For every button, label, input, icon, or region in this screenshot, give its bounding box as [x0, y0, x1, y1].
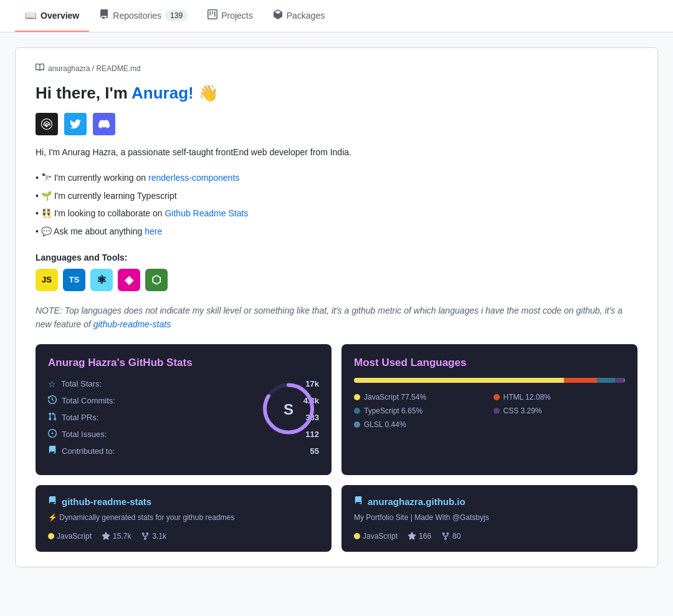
repo-2-forks: 80	[441, 532, 461, 541]
repo-card-1-title[interactable]: github-readme-stats	[62, 496, 151, 507]
overview-icon: 📖	[25, 10, 37, 21]
commits-icon	[48, 395, 57, 406]
readme-card: anuraghazra / README.md Hi there, I'm An…	[15, 47, 658, 567]
nav-repositories[interactable]: Repositories 139	[89, 0, 198, 32]
repo-1-lang-dot	[48, 533, 54, 539]
lightning-icon: ⚡	[48, 513, 57, 522]
github-readme-stats-note-link[interactable]: github-readme-stats	[93, 319, 171, 329]
tool-typescript: TS	[63, 269, 85, 291]
repo-card-1-footer: JavaScript 15.7k 3.1k	[48, 532, 319, 541]
lang-item-css: CSS 3.29%	[494, 407, 626, 415]
github-stats-title: Anurag Hazra's GitHub Stats	[48, 357, 319, 369]
lang-bar-css	[615, 378, 624, 383]
star-icon-2	[408, 532, 416, 541]
repo-card-1-header: github-readme-stats	[48, 496, 319, 507]
star-icon-1	[102, 532, 110, 541]
rank-circle: S	[260, 380, 317, 438]
issues-icon	[48, 429, 57, 440]
star-icon: ☆	[48, 379, 56, 389]
repo-count-badge: 139	[165, 10, 188, 21]
most-used-languages-card: Most Used Languages JavaScript 77.54%	[341, 344, 637, 475]
readme-header: anuraghazra / README.md	[36, 63, 637, 74]
tools-section-title: Languages and Tools:	[36, 253, 637, 262]
stat-contributed-value: 55	[310, 446, 319, 456]
repo-card-1-icon	[48, 496, 57, 507]
fork-icon-2	[441, 532, 450, 541]
lang-dot-js	[354, 394, 360, 400]
lang-dot-html	[494, 394, 500, 400]
lang-dot-ts	[354, 408, 360, 414]
fork-icon-1	[141, 532, 150, 541]
bullet-item-4: 💬 Ask me about anything here	[36, 223, 637, 240]
bullet-list: 🔭 I'm currently working on renderless-co…	[36, 169, 637, 240]
tool-javascript: JS	[36, 269, 58, 291]
repo-card-2-title[interactable]: anuraghazra.github.io	[368, 496, 465, 507]
packages-icon	[273, 9, 283, 21]
lang-dot-glsl	[354, 421, 360, 428]
repo-card-2-header: anuraghazra.github.io	[354, 496, 625, 507]
repo-1-lang: JavaScript	[48, 532, 92, 541]
tool-react: ⚛	[90, 269, 113, 291]
wave-emoji: 👋	[198, 84, 218, 102]
bullet-item-2: 🌱 I'm currently learning Typescript	[36, 187, 637, 205]
lang-bar-ts	[597, 378, 615, 383]
nav-overview[interactable]: 📖 Overview	[15, 0, 89, 32]
repo-2-stars: 166	[408, 532, 431, 541]
lang-item-glsl: GLSL 0.44%	[354, 420, 486, 429]
repo-2-lang: JavaScript	[354, 532, 398, 541]
nav-projects[interactable]: Projects	[198, 0, 263, 32]
bullet-item-3: 👯 I'm looking to collaborate on Github R…	[36, 205, 637, 222]
lang-item-js: JavaScript 77.54%	[354, 393, 486, 402]
readme-file-icon	[36, 63, 44, 74]
repo-2-lang-dot	[354, 533, 360, 539]
repo-card-portfolio: anuraghazra.github.io My Portfolio Site …	[341, 485, 637, 552]
bullet-item-1: 🔭 I'm currently working on renderless-co…	[36, 169, 637, 186]
here-link[interactable]: here	[145, 226, 162, 236]
lang-legend: JavaScript 77.54% HTML 12.08% TypeScript…	[354, 393, 625, 429]
nav-packages-label: Packages	[287, 11, 325, 21]
lang-item-html: HTML 12.08%	[494, 393, 626, 402]
note-text: NOTE: Top languages does not indicate my…	[36, 304, 637, 332]
contributed-icon	[48, 446, 57, 456]
lang-bar-glsl	[624, 378, 625, 383]
github-readme-stats-link[interactable]: Github Readme Stats	[165, 208, 248, 218]
nav-projects-label: Projects	[221, 11, 253, 21]
greeting-name: Anurag!	[131, 84, 194, 102]
lang-bar-js	[354, 378, 564, 383]
repo-card-2-icon	[354, 496, 363, 507]
rank-letter: S	[284, 401, 294, 418]
tool-graphql: ◈	[118, 269, 140, 291]
lang-bar-html	[564, 378, 597, 383]
main-content: anuraghazra / README.md Hi there, I'm An…	[0, 32, 673, 592]
lang-card-title: Most Used Languages	[354, 357, 625, 369]
repo-cards-grid: github-readme-stats ⚡ Dynamically genera…	[36, 485, 637, 552]
social-icons-row	[36, 113, 637, 135]
tools-row: JS TS ⚛ ◈ ⬡	[36, 269, 637, 291]
stat-contributed: Contributed to: 55	[48, 446, 319, 456]
twitter-icon[interactable]	[64, 113, 87, 135]
repo-icon	[99, 9, 109, 21]
nav-overview-label: Overview	[41, 11, 79, 21]
stats-grid: Anurag Hazra's GitHub Stats ☆ Total Star…	[36, 344, 637, 475]
repo-1-stars: 15.7k	[102, 532, 131, 541]
repo-card-github-readme-stats: github-readme-stats ⚡ Dynamically genera…	[36, 485, 332, 552]
nav-packages[interactable]: Packages	[263, 0, 335, 32]
github-stats-card: Anurag Hazra's GitHub Stats ☆ Total Star…	[36, 344, 332, 475]
tool-node: ⬡	[145, 269, 168, 291]
lang-item-ts: TypeScript 6.65%	[354, 407, 486, 415]
nav-repositories-label: Repositories	[113, 11, 161, 21]
top-nav: 📖 Overview Repositories 139 Projects Pac…	[0, 0, 673, 32]
lang-dot-css	[494, 408, 500, 414]
greeting: Hi there, I'm Anurag! 👋	[36, 84, 637, 103]
prs-icon	[48, 412, 57, 423]
language-bar	[354, 378, 625, 383]
repo-card-2-footer: JavaScript 166 80	[354, 532, 625, 541]
repo-card-2-desc: My Portfolio Site | Made With @Gatsbyjs	[354, 512, 625, 523]
greeting-prefix: Hi there, I'm	[36, 84, 131, 102]
repo-card-1-desc: ⚡ Dynamically generated stats for your g…	[48, 512, 319, 523]
codepen-icon[interactable]	[36, 113, 58, 135]
stat-contributed-label: Contributed to:	[62, 446, 305, 456]
discord-icon[interactable]	[93, 113, 115, 135]
renderless-link[interactable]: renderless-components	[148, 173, 239, 183]
projects-icon	[208, 9, 217, 21]
